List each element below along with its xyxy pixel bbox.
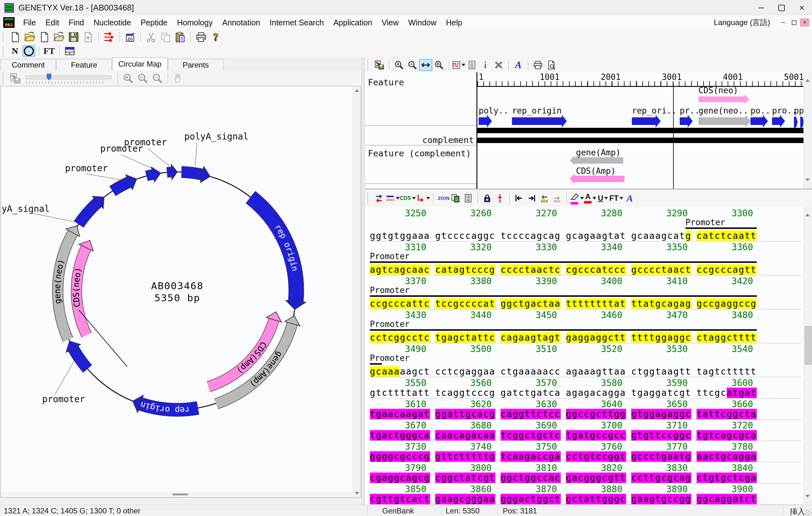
print-preview-button[interactable]	[545, 59, 558, 71]
map-feature-promoter[interactable]	[167, 165, 177, 180]
signal-view-button[interactable]	[452, 59, 465, 71]
menu-nucleotide[interactable]: Nucleotide	[93, 18, 131, 27]
sequence-block[interactable]: 343034403450346034703480Promotercctcggcc…	[370, 311, 801, 343]
open-sequence-button[interactable]	[52, 31, 66, 44]
feature-zoom-default-button[interactable]	[432, 59, 446, 71]
sequence-block[interactable]: 325032603270328032903300Promoterggtgtgga…	[370, 209, 801, 242]
save-button[interactable]	[66, 31, 81, 44]
new-sequence-button[interactable]	[37, 31, 52, 44]
toolbar-handle[interactable]	[3, 46, 7, 56]
map-zoom-reset-button[interactable]	[150, 72, 165, 85]
sequence-editor[interactable]: 325032603270328032903300Promoterggtgtgga…	[365, 207, 812, 505]
feature-info-button[interactable]: i	[478, 59, 492, 71]
slider-thumb[interactable]	[47, 74, 51, 81]
sequence-block[interactable]: 337033803390340034103420Promoterccgcccat…	[370, 277, 801, 310]
strand-display-button[interactable]	[385, 192, 400, 205]
feature-arrow-po[interactable]	[751, 115, 768, 127]
tab-feature[interactable]: Feature	[56, 59, 112, 70]
scrollbar-thumb[interactable]	[172, 493, 188, 495]
map-feature-promoter[interactable]	[66, 341, 88, 369]
feature-delete-button[interactable]	[492, 59, 505, 71]
open-file-button[interactable]	[23, 31, 37, 44]
feature-zoom-in-button[interactable]	[393, 59, 406, 71]
menu-internet-search[interactable]: Internet Search	[270, 18, 324, 27]
feature-arrow-pr[interactable]	[680, 115, 693, 127]
menu-edit[interactable]: Edit	[46, 18, 59, 27]
feature-arrow-CDSAmp[interactable]	[570, 174, 625, 184]
feature-arrow-rep_origin[interactable]	[512, 115, 567, 127]
dg-calc-button[interactable]: ΔG	[123, 31, 137, 44]
scroll-down-icon[interactable]	[805, 495, 810, 504]
sequence-block[interactable]: 373037403750376037703780ggggcgcccggttctt…	[370, 442, 801, 462]
feature-arrow-cds-neo[interactable]	[698, 94, 750, 104]
menu-annotation[interactable]: Annotation	[222, 18, 260, 27]
prj-icon[interactable]: PRJ	[3, 17, 14, 28]
map-feature-promoter[interactable]	[113, 175, 137, 191]
fit-width-button[interactable]	[419, 59, 432, 71]
scroll-up-icon[interactable]	[805, 207, 810, 216]
map-feature-CDSneo[interactable]: CDS(neo)	[71, 240, 93, 335]
feature-doc-button[interactable]	[465, 59, 478, 71]
circular-view-button[interactable]	[23, 45, 35, 57]
sequence-block[interactable]: 367036803690370037103720tgactgggcacaacag…	[370, 421, 801, 441]
print-button[interactable]	[194, 31, 208, 44]
paste-button[interactable]	[173, 31, 187, 44]
pan-hand-button[interactable]	[171, 72, 185, 85]
language-label[interactable]: Language (言語)	[714, 18, 770, 28]
scroll-up-icon[interactable]	[353, 86, 360, 94]
menu-file[interactable]: File	[23, 18, 36, 27]
map-horizontal-scrollbar[interactable]	[1, 492, 353, 497]
mdi-close-button[interactable]: ×	[800, 19, 809, 27]
circular-map-canvas[interactable]: rep origingene(Amp)CDS(Amp)rep origingen…	[1, 86, 361, 497]
tab-comment[interactable]: Comment	[1, 59, 56, 70]
maximize-button[interactable]	[772, 0, 792, 16]
strand-swap-button[interactable]	[373, 192, 385, 205]
feature-map[interactable]: Feature complement Feature (complement) …	[365, 72, 812, 189]
sequence-block[interactable]: 355035603570358035903600gtcttttatttcaggt…	[370, 378, 801, 399]
scroll-down-icon[interactable]	[805, 178, 810, 188]
map-feature-promoter[interactable]	[147, 167, 161, 182]
feature-arrow-pro[interactable]	[772, 115, 785, 127]
feature-table-button[interactable]: FT	[43, 45, 56, 57]
highlighter-button[interactable]	[570, 192, 584, 205]
sequence-scrollbar[interactable]	[804, 207, 812, 505]
mdi-minimize-button[interactable]	[778, 19, 788, 27]
scrollbar-thumb[interactable]	[805, 326, 812, 365]
sequence-block[interactable]: 385038603870388038903900cgttgtcactgaagcg…	[370, 485, 801, 505]
feature-zoom-out-button[interactable]	[406, 59, 419, 71]
window-layout-button[interactable]	[62, 45, 77, 57]
nucleotide-view-button[interactable]: N	[8, 45, 21, 57]
panel-splitter[interactable]	[361, 57, 365, 505]
feature-arrow-poly[interactable]	[478, 115, 492, 127]
menu-view[interactable]: View	[382, 18, 399, 27]
menu-window[interactable]: Window	[408, 18, 436, 27]
map-feature-rep_origin[interactable]: rep origin	[133, 395, 198, 415]
map-feature-polyA_signal[interactable]	[79, 196, 104, 224]
toolbar-handle[interactable]	[3, 32, 7, 42]
tab-parents[interactable]: Parents	[168, 59, 223, 70]
sequence-block[interactable]: 379038003810382038303840cgaggcagcgcggcta…	[370, 463, 801, 484]
minimize-button[interactable]	[751, 0, 772, 16]
feature-arrow-geneAmp[interactable]	[570, 155, 623, 166]
strand-bar-plus[interactable]	[477, 128, 804, 133]
next-highlight-button[interactable]	[551, 192, 563, 205]
lock-button[interactable]	[481, 192, 494, 205]
menu-peptide[interactable]: Peptide	[141, 18, 168, 27]
menu-application[interactable]: Application	[334, 18, 372, 27]
position-cursor[interactable]	[673, 83, 674, 189]
map-zoom-slider[interactable]	[26, 73, 111, 84]
save-feature-image-button[interactable]	[373, 59, 386, 71]
new-document-button[interactable]	[8, 31, 23, 44]
prev-highlight-button[interactable]	[538, 192, 551, 205]
help-button[interactable]: ?	[208, 31, 223, 44]
feature-map-scrollbar[interactable]	[804, 72, 812, 189]
toolbar-handle[interactable]	[3, 73, 7, 84]
map-feature-CDSAmp[interactable]: CDS(Amp)	[208, 312, 281, 386]
cds-display-button[interactable]: CDS	[400, 192, 416, 205]
fold-display-button[interactable]	[416, 192, 430, 205]
map-feature-polyA_signal[interactable]	[181, 167, 210, 183]
resize-grip[interactable]	[805, 509, 811, 516]
multi-sequence-button[interactable]	[102, 31, 116, 44]
map-feature-rep_origin[interactable]: rep origin	[251, 197, 306, 310]
menu-help[interactable]: Help	[446, 18, 462, 27]
